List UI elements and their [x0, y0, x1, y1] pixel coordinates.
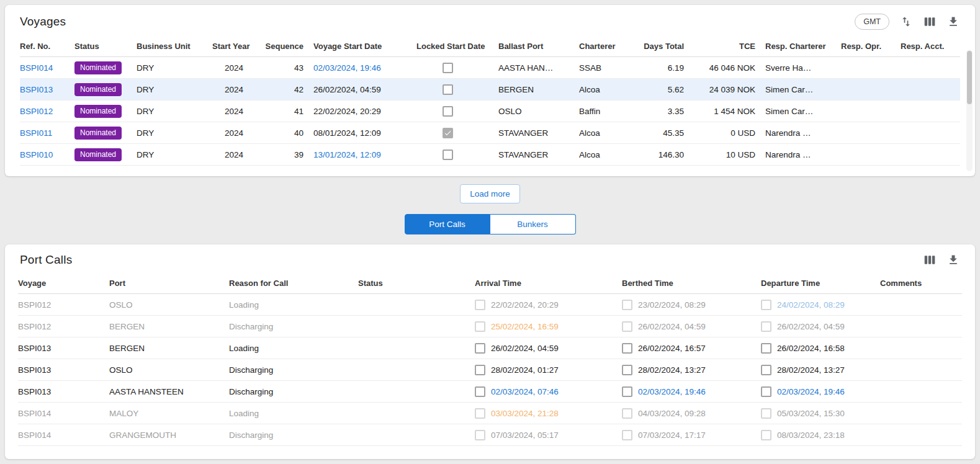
cell-departure: 08/03/2024, 23:18: [761, 424, 880, 446]
cell-sequence: 39: [253, 144, 313, 166]
voyages-column-header-voyage_start_date[interactable]: Voyage Start Date: [313, 36, 416, 57]
berthed-time-checkbox[interactable]: [622, 408, 632, 419]
cell-business_unit: DRY: [137, 57, 212, 79]
departure-time-checkbox[interactable]: [761, 300, 771, 310]
port-call-row[interactable]: BSPI014MALOYLoading03/03/2024, 21:2804/0…: [18, 403, 962, 424]
voyage-row[interactable]: BSPI012NominatedDRY20244122/02/2024, 20:…: [20, 100, 960, 122]
arrival-time-checkbox[interactable]: [475, 343, 485, 354]
voyage-ref-link[interactable]: BSPI012: [20, 107, 53, 116]
departure-time-checkbox[interactable]: [761, 386, 771, 397]
arrival-time-checkbox[interactable]: [475, 365, 485, 375]
voyages-column-header-resp_opr[interactable]: Resp. Opr.: [841, 36, 901, 57]
berthed-time-checkbox[interactable]: [622, 386, 632, 397]
cell-status: Nominated: [74, 144, 137, 166]
arrival-time-checkbox[interactable]: [475, 386, 485, 397]
voyages-column-header-business_unit[interactable]: Business Unit: [137, 36, 212, 57]
berthed-time-checkbox[interactable]: [622, 430, 632, 440]
port-calls-column-header-port[interactable]: Port: [109, 273, 229, 294]
cell-arrival: 22/02/2024, 20:29: [475, 294, 622, 316]
voyage-row[interactable]: BSPI014NominatedDRY20244302/03/2024, 19:…: [20, 57, 960, 79]
port-calls-column-header-reason[interactable]: Reason for Call: [229, 273, 358, 294]
departure-time-checkbox[interactable]: [761, 343, 771, 354]
arrival-time-checkbox[interactable]: [475, 408, 485, 419]
port-call-row[interactable]: BSPI014GRANGEMOUTHDischarging07/03/2024,…: [18, 424, 962, 446]
cell-comments: [880, 381, 962, 403]
tab-bunkers[interactable]: Bunkers: [490, 214, 576, 234]
arrival-time-checkbox[interactable]: [475, 321, 485, 332]
load-more-button[interactable]: Load more: [460, 184, 520, 203]
gmt-toggle-button[interactable]: GMT: [855, 14, 889, 30]
cell-comments: [880, 294, 962, 316]
download-icon[interactable]: [946, 15, 960, 29]
departure-time-checkbox[interactable]: [761, 430, 771, 440]
voyage-ref-link[interactable]: BSPI014: [20, 63, 53, 73]
port-calls-column-header-status[interactable]: Status: [358, 273, 475, 294]
voyages-column-header-tce[interactable]: TCE: [694, 36, 765, 57]
berthed-time-checkbox[interactable]: [622, 343, 632, 354]
voyages-column-header-resp_charterer[interactable]: Resp. Charterer: [765, 36, 841, 57]
voyages-scrollbar[interactable]: [966, 50, 973, 171]
voyages-column-header-start_year[interactable]: Start Year: [212, 36, 253, 57]
port-calls-column-header-voyage[interactable]: Voyage: [18, 273, 109, 294]
departure-time-checkbox[interactable]: [761, 365, 771, 375]
port-calls-column-header-berthed[interactable]: Berthed Time: [622, 273, 761, 294]
cell-start_year: 2024: [212, 79, 253, 100]
cell-resp_charterer: Simen Car…: [765, 79, 841, 100]
berthed-time-checkbox[interactable]: [622, 365, 632, 375]
voyages-column-header-charterer[interactable]: Charterer: [579, 36, 641, 57]
download-icon[interactable]: [946, 253, 960, 267]
tab-port-calls[interactable]: Port Calls: [405, 214, 490, 234]
voyage-ref-link[interactable]: BSPI013: [20, 85, 53, 94]
port-call-row[interactable]: BSPI013OSLODischarging28/02/2024, 01:272…: [18, 359, 962, 381]
cell-departure: 05/03/2024, 15:30: [761, 403, 880, 424]
cell-voyage: BSPI013: [18, 359, 109, 381]
berthed-time-checkbox[interactable]: [622, 300, 632, 310]
cell-charterer: Alcoa: [579, 144, 641, 166]
departure-time-checkbox[interactable]: [761, 408, 771, 419]
port-call-row[interactable]: BSPI012OSLOLoading22/02/2024, 20:2923/02…: [18, 294, 962, 316]
voyages-column-header-resp_acct[interactable]: Resp. Acct.: [901, 36, 960, 57]
arrival-time-checkbox[interactable]: [475, 430, 485, 440]
departure-time-checkbox[interactable]: [761, 321, 771, 332]
arrival-time-value: 25/02/2024, 16:59: [491, 322, 559, 331]
voyage-row[interactable]: BSPI010NominatedDRY20243913/01/2024, 12:…: [20, 144, 960, 166]
locked-start-date-checkbox[interactable]: [443, 63, 453, 73]
voyages-column-header-ballast_port[interactable]: Ballast Port: [498, 36, 579, 57]
locked-start-date-checkbox[interactable]: [443, 84, 453, 95]
voyages-column-header-locked_start_date[interactable]: Locked Start Date: [416, 36, 498, 57]
voyage-ref-link[interactable]: BSPI011: [20, 128, 52, 138]
locked-start-date-checkbox[interactable]: [443, 128, 453, 138]
cell-voyage_start_date: 22/02/2024, 20:29: [313, 100, 416, 122]
port-calls-column-header-departure[interactable]: Departure Time: [761, 273, 880, 294]
port-calls-column-header-arrival[interactable]: Arrival Time: [475, 273, 622, 294]
cell-start_year: 2024: [212, 100, 253, 122]
port-call-row[interactable]: BSPI012BERGENDischarging25/02/2024, 16:5…: [18, 316, 962, 337]
port-call-row[interactable]: BSPI013BERGENLoading26/02/2024, 04:5926/…: [18, 337, 962, 359]
port-call-row[interactable]: BSPI013AASTA HANSTEENDischarging02/03/20…: [18, 381, 962, 403]
cell-days_total: 45.35: [641, 122, 694, 144]
voyages-column-header-sequence[interactable]: Sequence: [253, 36, 313, 57]
port-calls-column-header-comments[interactable]: Comments: [880, 273, 962, 294]
arrival-time-value: 22/02/2024, 20:29: [491, 300, 559, 310]
voyage-row[interactable]: BSPI013NominatedDRY20244226/02/2024, 04:…: [20, 79, 960, 100]
arrival-time-checkbox[interactable]: [475, 300, 485, 310]
berthed-time-checkbox[interactable]: [622, 321, 632, 332]
voyages-panel-header: Voyages GMT: [5, 5, 975, 36]
cell-reason: Discharging: [229, 424, 358, 446]
cell-berthed: 07/03/2024, 17:17: [622, 424, 761, 446]
locked-start-date-checkbox[interactable]: [443, 149, 453, 160]
status-badge: Nominated: [74, 61, 122, 74]
voyages-column-header-ref[interactable]: Ref. No.: [20, 36, 74, 57]
cell-locked_start_date: [416, 122, 498, 144]
cell-resp_charterer: Simen Car…: [765, 100, 841, 122]
columns-icon[interactable]: [923, 253, 937, 267]
sort-icon[interactable]: [899, 15, 913, 29]
voyages-column-header-days_total[interactable]: Days Total: [641, 36, 694, 57]
voyages-column-header-status[interactable]: Status: [74, 36, 137, 57]
locked-start-date-checkbox[interactable]: [443, 106, 453, 117]
voyages-scrollbar-thumb[interactable]: [967, 51, 972, 104]
voyage-ref-link[interactable]: BSPI010: [20, 150, 53, 159]
columns-icon[interactable]: [923, 15, 937, 29]
voyage-row[interactable]: BSPI011NominatedDRY20244008/01/2024, 12:…: [20, 122, 960, 144]
cell-resp_opr: [841, 57, 901, 79]
